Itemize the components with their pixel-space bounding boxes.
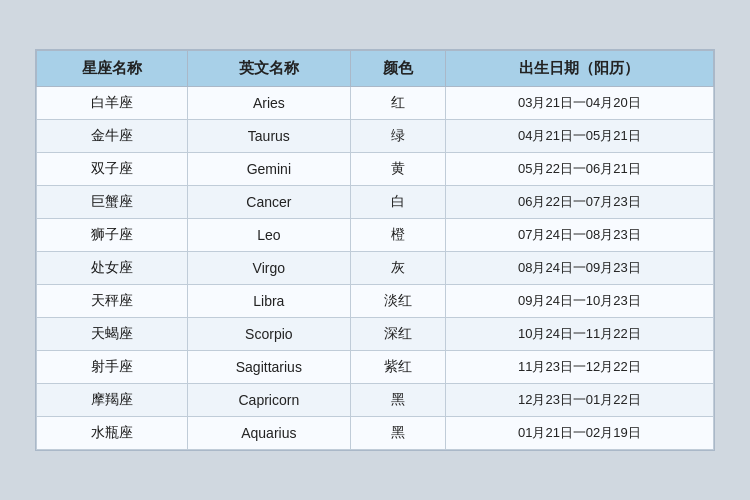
- cell-1-0: 金牛座: [37, 120, 188, 153]
- cell-6-0: 天秤座: [37, 285, 188, 318]
- cell-4-0: 狮子座: [37, 219, 188, 252]
- cell-2-3: 05月22日一06月21日: [445, 153, 713, 186]
- cell-10-0: 水瓶座: [37, 417, 188, 450]
- cell-7-0: 天蝎座: [37, 318, 188, 351]
- cell-5-3: 08月24日一09月23日: [445, 252, 713, 285]
- zodiac-table: 星座名称 英文名称 颜色 出生日期（阳历） 白羊座Aries红03月21日一04…: [36, 50, 714, 450]
- cell-8-1: Sagittarius: [188, 351, 351, 384]
- cell-0-1: Aries: [188, 87, 351, 120]
- cell-0-0: 白羊座: [37, 87, 188, 120]
- cell-4-2: 橙: [350, 219, 445, 252]
- cell-8-0: 射手座: [37, 351, 188, 384]
- cell-0-3: 03月21日一04月20日: [445, 87, 713, 120]
- cell-8-2: 紫红: [350, 351, 445, 384]
- table-row: 射手座Sagittarius紫红11月23日一12月22日: [37, 351, 714, 384]
- cell-10-2: 黑: [350, 417, 445, 450]
- col-header-color: 颜色: [350, 51, 445, 87]
- cell-9-0: 摩羯座: [37, 384, 188, 417]
- cell-3-0: 巨蟹座: [37, 186, 188, 219]
- cell-3-3: 06月22日一07月23日: [445, 186, 713, 219]
- cell-10-1: Aquarius: [188, 417, 351, 450]
- cell-6-3: 09月24日一10月23日: [445, 285, 713, 318]
- cell-2-0: 双子座: [37, 153, 188, 186]
- cell-3-1: Cancer: [188, 186, 351, 219]
- cell-9-2: 黑: [350, 384, 445, 417]
- table-row: 水瓶座Aquarius黑01月21日一02月19日: [37, 417, 714, 450]
- table-row: 双子座Gemini黄05月22日一06月21日: [37, 153, 714, 186]
- col-header-chinese: 星座名称: [37, 51, 188, 87]
- cell-5-1: Virgo: [188, 252, 351, 285]
- table-row: 白羊座Aries红03月21日一04月20日: [37, 87, 714, 120]
- zodiac-table-container: 星座名称 英文名称 颜色 出生日期（阳历） 白羊座Aries红03月21日一04…: [35, 49, 715, 451]
- cell-1-2: 绿: [350, 120, 445, 153]
- cell-10-3: 01月21日一02月19日: [445, 417, 713, 450]
- cell-4-3: 07月24日一08月23日: [445, 219, 713, 252]
- cell-9-3: 12月23日一01月22日: [445, 384, 713, 417]
- cell-7-2: 深红: [350, 318, 445, 351]
- table-row: 天蝎座Scorpio深红10月24日一11月22日: [37, 318, 714, 351]
- cell-7-1: Scorpio: [188, 318, 351, 351]
- cell-3-2: 白: [350, 186, 445, 219]
- table-row: 处女座Virgo灰08月24日一09月23日: [37, 252, 714, 285]
- cell-7-3: 10月24日一11月22日: [445, 318, 713, 351]
- table-row: 狮子座Leo橙07月24日一08月23日: [37, 219, 714, 252]
- table-row: 天秤座Libra淡红09月24日一10月23日: [37, 285, 714, 318]
- cell-4-1: Leo: [188, 219, 351, 252]
- table-header-row: 星座名称 英文名称 颜色 出生日期（阳历）: [37, 51, 714, 87]
- cell-0-2: 红: [350, 87, 445, 120]
- table-body: 白羊座Aries红03月21日一04月20日金牛座Taurus绿04月21日一0…: [37, 87, 714, 450]
- cell-8-3: 11月23日一12月22日: [445, 351, 713, 384]
- cell-1-1: Taurus: [188, 120, 351, 153]
- cell-9-1: Capricorn: [188, 384, 351, 417]
- cell-5-2: 灰: [350, 252, 445, 285]
- table-row: 摩羯座Capricorn黑12月23日一01月22日: [37, 384, 714, 417]
- cell-2-2: 黄: [350, 153, 445, 186]
- table-row: 金牛座Taurus绿04月21日一05月21日: [37, 120, 714, 153]
- cell-2-1: Gemini: [188, 153, 351, 186]
- cell-6-1: Libra: [188, 285, 351, 318]
- col-header-dates: 出生日期（阳历）: [445, 51, 713, 87]
- cell-5-0: 处女座: [37, 252, 188, 285]
- table-row: 巨蟹座Cancer白06月22日一07月23日: [37, 186, 714, 219]
- col-header-english: 英文名称: [188, 51, 351, 87]
- cell-6-2: 淡红: [350, 285, 445, 318]
- cell-1-3: 04月21日一05月21日: [445, 120, 713, 153]
